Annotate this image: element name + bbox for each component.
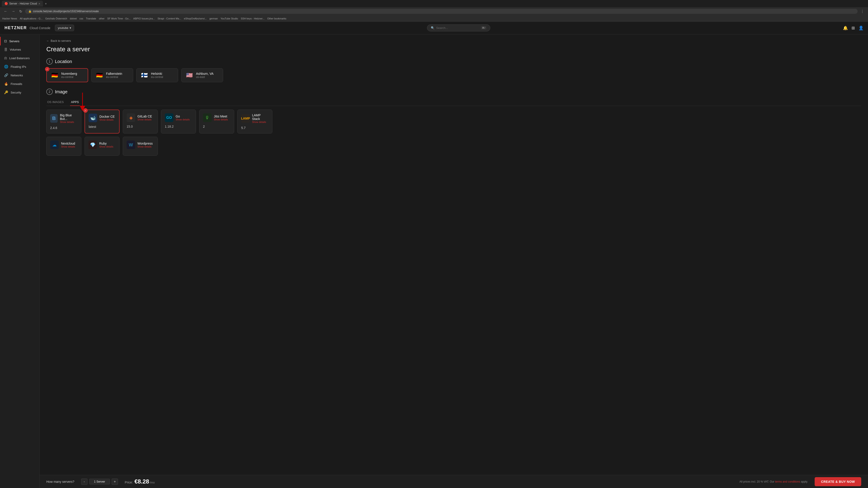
gitlab-show-details[interactable]: Show details bbox=[137, 118, 152, 121]
tab-apps[interactable]: APPS bbox=[70, 98, 80, 106]
floating-ips-icon: 🌐 bbox=[4, 65, 8, 69]
new-tab-btn[interactable]: + bbox=[44, 1, 48, 6]
back-nav-btn[interactable]: ← bbox=[3, 9, 8, 14]
app-card-go[interactable]: GO Go Show details 1.18.2 bbox=[161, 109, 196, 133]
app-card-nextcloud[interactable]: ☁ Nextcloud Show details bbox=[46, 137, 81, 156]
app-cards-row-1: B Big Blue But... Show details 2.4.6 ✓ bbox=[46, 109, 861, 133]
browser-menu-btn[interactable]: ⋮ bbox=[860, 9, 865, 14]
bookmark-geichals[interactable]: Geichals Österreich bbox=[45, 17, 67, 20]
sidebar-item-firewalls[interactable]: 🔥 Firewalls bbox=[0, 79, 39, 88]
docker-show-details[interactable]: Show details bbox=[99, 119, 115, 121]
bookmark-other[interactable]: other bbox=[99, 17, 104, 20]
app-card-gitlab-ce[interactable]: ◈ GitLab CE Show details 15.0 bbox=[123, 109, 158, 133]
sidebar-item-networks[interactable]: 🔗 Networks bbox=[0, 71, 39, 79]
sidebar-item-volumes[interactable]: 🗄 Volumes bbox=[0, 45, 39, 54]
sidebar-label-networks: Networks bbox=[11, 74, 23, 77]
bookmark-dotnet[interactable]: dotnet bbox=[70, 17, 77, 20]
location-card-nuremberg[interactable]: ✓ 🇩🇪 Nuremberg eu-central bbox=[46, 68, 88, 82]
decrease-server-count-btn[interactable]: - bbox=[81, 479, 88, 485]
sidebar-item-load-balancers[interactable]: ⚖ Load Balancers bbox=[0, 54, 39, 62]
bookmark-eshop[interactable]: eShopOnAbs/servi... bbox=[184, 17, 207, 20]
project-selector[interactable]: youtube ▾ bbox=[55, 25, 74, 31]
notifications-icon[interactable]: 🔔 bbox=[843, 26, 848, 31]
terms-link[interactable]: terms and conditions bbox=[775, 480, 800, 483]
lock-icon: 🔒 bbox=[28, 10, 32, 13]
nextcloud-icon: ☁ bbox=[50, 140, 59, 149]
url-text: console.hetzner.cloud/projects/1532348/s… bbox=[33, 10, 99, 13]
image-section-number: 2 bbox=[46, 89, 53, 95]
bookmark-translate[interactable]: Translate bbox=[86, 17, 96, 20]
jitsi-show-details[interactable]: Show details bbox=[214, 118, 228, 121]
address-bar[interactable]: 🔒 console.hetzner.cloud/projects/1532348… bbox=[25, 9, 858, 14]
app-cards-row-2: ☁ Nextcloud Show details 💎 bbox=[46, 137, 861, 156]
nextcloud-show-details[interactable]: Show details bbox=[61, 145, 75, 148]
bookmark-ssh-keys[interactable]: SSH keys - Hetzner... bbox=[241, 17, 265, 20]
sidebar-label-volumes: Volumes bbox=[10, 48, 21, 51]
wordpress-show-details[interactable]: Show details bbox=[137, 145, 153, 148]
firewalls-icon: 🔥 bbox=[4, 82, 8, 86]
location-info-ashburn: Ashburn, VA us-east bbox=[196, 72, 214, 78]
back-link-text: Back to servers bbox=[51, 39, 71, 42]
location-card-falkenstein[interactable]: 🇩🇪 Falkenstein eu-central bbox=[91, 68, 133, 82]
app-card-jitsi-meet[interactable]: 🎙 Jitsi Meet Show details 2 bbox=[199, 109, 234, 133]
tab-os-images[interactable]: OS IMAGES bbox=[46, 98, 65, 106]
price-display: Price: €8.28 /mo bbox=[125, 478, 155, 485]
lamp-show-details[interactable]: Show details bbox=[252, 121, 269, 123]
price-label: Price: bbox=[125, 481, 133, 484]
increase-server-count-btn[interactable]: + bbox=[112, 479, 118, 485]
location-card-ashburn[interactable]: 🇺🇸 Ashburn, VA us-east bbox=[181, 68, 223, 82]
create-buy-now-btn[interactable]: CREATE & BUY NOW bbox=[815, 477, 861, 486]
jitsi-version: 2 bbox=[203, 125, 230, 128]
search-placeholder: Search... bbox=[436, 26, 448, 30]
bookmark-abpio[interactable]: ABPIO Issues.jira... bbox=[133, 17, 155, 20]
back-link[interactable]: ← Back to servers bbox=[46, 39, 861, 42]
location-section-header: 1 Location bbox=[46, 58, 861, 65]
region-helsinki: eu-central bbox=[151, 75, 163, 78]
active-tab[interactable]: 🔴 Server - Hetzner Cloud ✕ bbox=[2, 1, 43, 6]
app-card-wordpress[interactable]: W Wordpress Show details bbox=[123, 137, 158, 156]
bookmark-german[interactable]: german bbox=[209, 17, 218, 20]
go-show-details[interactable]: Show details bbox=[176, 118, 190, 121]
page-title: Create a server bbox=[46, 46, 861, 53]
bookmark-other-bookmarks[interactable]: Other bookmarks bbox=[267, 17, 286, 20]
bookmark-sf-work[interactable]: SF Work Time - Go... bbox=[107, 17, 131, 20]
load-balancers-icon: ⚖ bbox=[4, 56, 7, 60]
tab-close-btn[interactable]: ✕ bbox=[38, 2, 40, 5]
bookmark-hacker-news[interactable]: Hacker News bbox=[2, 17, 17, 20]
user-avatar[interactable]: 👤 bbox=[859, 26, 864, 31]
gitlab-version: 15.0 bbox=[127, 125, 154, 128]
app-card-ruby[interactable]: 💎 Ruby Show details bbox=[85, 137, 120, 156]
sidebar-label-load-balancers: Load Balancers bbox=[9, 57, 30, 60]
bookmark-css[interactable]: css bbox=[79, 17, 83, 20]
browser-nav: ← → ↻ 🔒 console.hetzner.cloud/projects/1… bbox=[0, 7, 868, 15]
bookmark-all-apps[interactable]: All applications - G... bbox=[20, 17, 42, 20]
flag-ashburn: 🇺🇸 bbox=[186, 72, 193, 78]
selected-check-docker: ✓ bbox=[83, 108, 88, 113]
logo-text: HETZNER bbox=[4, 26, 27, 30]
refresh-btn[interactable]: ↻ bbox=[18, 9, 23, 14]
ruby-show-details[interactable]: Show details bbox=[99, 145, 113, 148]
app-card-docker-ce[interactable]: ✓ 🐋 Docker CE Show details latest bbox=[85, 109, 120, 133]
project-name: youtube bbox=[58, 26, 68, 30]
bookmark-strapi[interactable]: Strapi - Content Ma... bbox=[158, 17, 181, 20]
lamp-name: LAMP Stack bbox=[252, 113, 269, 121]
browser-tabs: 🔴 Server - Hetzner Cloud ✕ + bbox=[0, 0, 868, 7]
sidebar-item-floating-ips[interactable]: 🌐 Floating IPs bbox=[0, 62, 39, 71]
sidebar-item-servers[interactable]: ⊡ Servers bbox=[0, 37, 39, 45]
bookmark-youtube-studio[interactable]: YouTube Studio bbox=[221, 17, 238, 20]
grid-icon[interactable]: ⊞ bbox=[851, 26, 855, 31]
app-card-lamp-stack[interactable]: LAMP LAMP Stack Show details 5.7 bbox=[237, 109, 272, 133]
go-name: Go bbox=[176, 115, 190, 118]
search-bar[interactable]: 🔍 Search... ⌘/ bbox=[427, 24, 490, 31]
forward-nav-btn[interactable]: → bbox=[10, 9, 16, 14]
app-card-bigbluebutton[interactable]: B Big Blue But... Show details 2.4.6 bbox=[46, 109, 81, 133]
location-info-falkenstein: Falkenstein eu-central bbox=[106, 72, 122, 78]
region-nuremberg: eu-central bbox=[61, 75, 77, 78]
sidebar-item-security[interactable]: 🔑 Security bbox=[0, 88, 39, 97]
location-card-helsinki[interactable]: 🇫🇮 Helsinki eu-central bbox=[136, 68, 178, 82]
bigbluebutton-version: 2.4.6 bbox=[50, 126, 78, 130]
bigbluebutton-show-details[interactable]: Show details bbox=[60, 121, 78, 123]
nextcloud-name: Nextcloud bbox=[61, 142, 75, 145]
browser-chrome: 🔴 Server - Hetzner Cloud ✕ + ← → ↻ 🔒 con… bbox=[0, 0, 868, 22]
image-section-title: Image bbox=[55, 89, 68, 94]
